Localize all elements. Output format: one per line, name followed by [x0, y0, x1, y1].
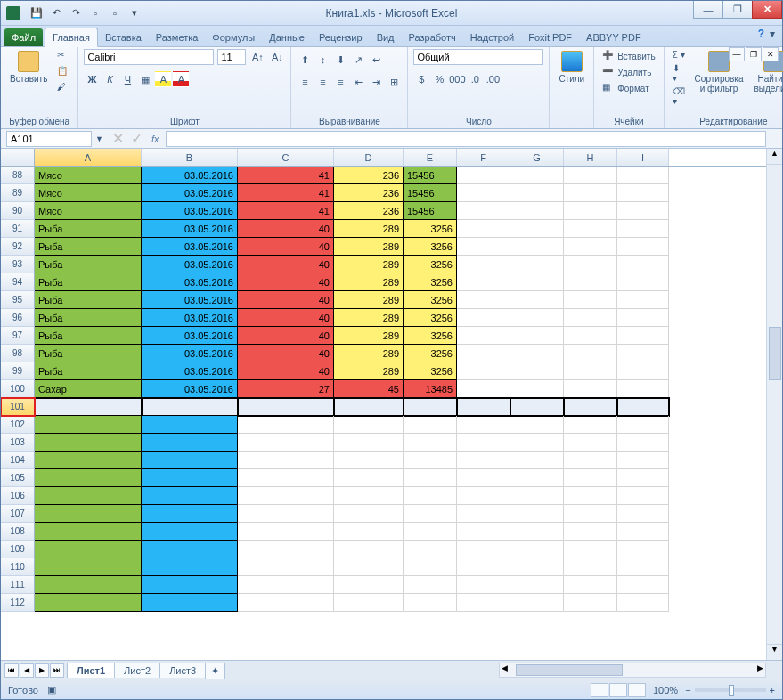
- cell[interactable]: 289: [334, 291, 404, 309]
- cell[interactable]: 3256: [404, 362, 457, 380]
- cell[interactable]: [457, 434, 510, 452]
- cell[interactable]: [564, 541, 617, 558]
- cell[interactable]: [35, 594, 142, 612]
- row-header[interactable]: 101: [1, 398, 35, 416]
- cell[interactable]: [564, 523, 617, 541]
- format-painter-button[interactable]: 🖌: [54, 81, 72, 95]
- qat-button[interactable]: ▫: [106, 4, 124, 22]
- tab-разработч[interactable]: Разработч: [402, 28, 463, 46]
- cell[interactable]: 40: [238, 273, 334, 291]
- cell[interactable]: [617, 541, 669, 558]
- cell[interactable]: [238, 576, 334, 594]
- cell[interactable]: Мясо: [35, 167, 142, 184]
- cell[interactable]: [404, 398, 457, 416]
- cell[interactable]: [564, 452, 617, 469]
- row-header[interactable]: 108: [1, 523, 35, 541]
- cell[interactable]: 289: [334, 238, 404, 256]
- cell[interactable]: 3256: [404, 220, 457, 238]
- row-header[interactable]: 95: [1, 291, 35, 309]
- tab-вид[interactable]: Вид: [370, 28, 402, 46]
- tab-рецензир[interactable]: Рецензир: [312, 28, 370, 46]
- cell[interactable]: [510, 452, 564, 469]
- cell[interactable]: [510, 487, 564, 505]
- cell[interactable]: [564, 398, 617, 416]
- cell[interactable]: [564, 380, 617, 398]
- cell[interactable]: [617, 576, 669, 594]
- tab-foxit pdf[interactable]: Foxit PDF: [521, 28, 579, 46]
- cell[interactable]: [142, 505, 238, 523]
- bold-button[interactable]: Ж: [84, 71, 100, 87]
- sheet-nav-first[interactable]: ⏮: [4, 663, 19, 678]
- cell[interactable]: [510, 167, 564, 184]
- cell[interactable]: [510, 238, 564, 256]
- cell[interactable]: [404, 594, 457, 612]
- cell[interactable]: [238, 398, 334, 416]
- cell[interactable]: [510, 327, 564, 345]
- tab-формулы[interactable]: Формулы: [205, 28, 262, 46]
- scroll-right-icon[interactable]: ▶: [757, 663, 763, 672]
- row-header[interactable]: 100: [1, 380, 35, 398]
- currency-button[interactable]: $: [413, 71, 429, 87]
- cell[interactable]: [35, 469, 142, 487]
- cell[interactable]: Рыба: [35, 220, 142, 238]
- cell[interactable]: [457, 541, 510, 558]
- cell[interactable]: [564, 167, 617, 184]
- cell[interactable]: [404, 558, 457, 576]
- cell[interactable]: [510, 309, 564, 327]
- cell[interactable]: 41: [238, 184, 334, 202]
- wb-minimize[interactable]: —: [729, 47, 745, 61]
- cell[interactable]: [404, 576, 457, 594]
- cell[interactable]: [564, 469, 617, 487]
- cell[interactable]: [457, 273, 510, 291]
- cell[interactable]: [617, 345, 669, 362]
- cell[interactable]: Рыба: [35, 291, 142, 309]
- cell[interactable]: [404, 469, 457, 487]
- clear-button[interactable]: ⌫ ▾: [670, 85, 688, 107]
- cell[interactable]: [142, 416, 238, 434]
- cell[interactable]: [457, 345, 510, 362]
- maximize-button[interactable]: ❐: [722, 1, 753, 19]
- increase-decimal-button[interactable]: .0: [467, 71, 483, 87]
- cell[interactable]: [142, 487, 238, 505]
- cell[interactable]: [617, 238, 669, 256]
- cell[interactable]: [142, 523, 238, 541]
- cell[interactable]: [404, 523, 457, 541]
- help-icon[interactable]: ?: [758, 28, 764, 40]
- cell[interactable]: 03.05.2016: [142, 362, 238, 380]
- close-button[interactable]: ✕: [752, 1, 782, 19]
- cell[interactable]: 03.05.2016: [142, 202, 238, 220]
- cell[interactable]: 40: [238, 291, 334, 309]
- cell[interactable]: [617, 184, 669, 202]
- cell[interactable]: [457, 452, 510, 469]
- cell[interactable]: [617, 398, 669, 416]
- cell[interactable]: [617, 594, 669, 612]
- cell[interactable]: [35, 434, 142, 452]
- cell[interactable]: [334, 398, 404, 416]
- sheet-tab[interactable]: Лист2: [114, 663, 160, 678]
- cell[interactable]: [238, 416, 334, 434]
- cell[interactable]: 3256: [404, 291, 457, 309]
- cell[interactable]: 3256: [404, 345, 457, 362]
- row-header[interactable]: 112: [1, 594, 35, 612]
- cell[interactable]: 45: [334, 380, 404, 398]
- fill-color-button[interactable]: A: [155, 71, 171, 87]
- cell[interactable]: [617, 523, 669, 541]
- font-color-button[interactable]: A: [173, 71, 189, 87]
- cell[interactable]: 289: [334, 327, 404, 345]
- cell[interactable]: [457, 220, 510, 238]
- name-box[interactable]: [6, 131, 92, 147]
- cell[interactable]: [617, 416, 669, 434]
- cell[interactable]: Рыба: [35, 345, 142, 362]
- align-middle-button[interactable]: ↕: [314, 52, 330, 68]
- cell[interactable]: [617, 558, 669, 576]
- autosum-button[interactable]: Σ ▾: [670, 49, 688, 61]
- cell[interactable]: [238, 434, 334, 452]
- cell[interactable]: [564, 327, 617, 345]
- cell[interactable]: 3256: [404, 309, 457, 327]
- scroll-left-icon[interactable]: ◀: [502, 663, 508, 672]
- insert-cells-button[interactable]: ➕Вставить: [599, 49, 657, 63]
- cell[interactable]: 15456: [404, 202, 457, 220]
- cell[interactable]: [457, 184, 510, 202]
- align-right-button[interactable]: ≡: [332, 74, 348, 90]
- cell[interactable]: [35, 452, 142, 469]
